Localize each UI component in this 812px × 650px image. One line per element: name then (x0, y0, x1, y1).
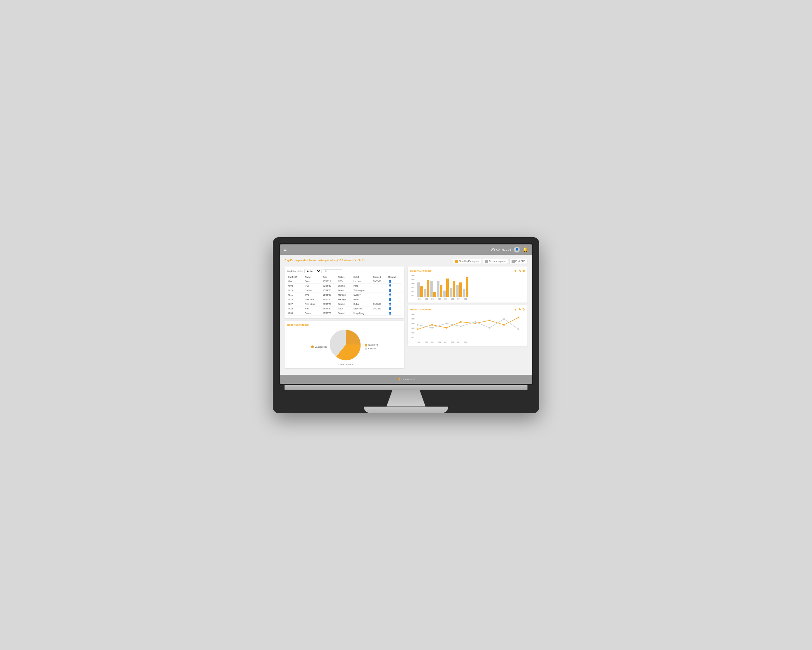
cell-resend[interactable]: 👤 (388, 283, 402, 288)
bar-orange (433, 292, 436, 297)
report1-title: Report 1 (0 Items) ▼ ✎ ↻ (410, 269, 525, 273)
report1-refresh-icon[interactable]: ↻ (522, 269, 525, 273)
new-capex-icon (455, 260, 458, 263)
menu-icon[interactable]: ≡ (284, 247, 287, 252)
title-row: CapEx requests I have participated in (1… (284, 259, 528, 264)
refresh-main-icon[interactable]: ↻ (362, 259, 365, 262)
cell-resend[interactable]: 👤 (388, 297, 402, 301)
bar-group (456, 283, 462, 297)
svg-point-12 (475, 321, 476, 323)
cell-name: New lobby (304, 301, 322, 306)
pie-legend-left: Manager 260 (311, 346, 327, 348)
report1-card: Report 1 (0 Items) ▼ ✎ ↻ 006 (408, 266, 528, 303)
svg-point-11 (460, 325, 462, 327)
cell-id: #008 (287, 283, 304, 288)
resend-icon[interactable]: 👤 (388, 289, 392, 292)
search-input[interactable] (323, 269, 342, 273)
svg-point-14 (503, 318, 505, 320)
bar-x-label: 003 (430, 298, 435, 300)
line-x-label: 006 (450, 341, 455, 343)
resend-icon[interactable]: 👤 (388, 284, 392, 287)
svg-point-2 (446, 327, 447, 329)
resend-icon[interactable]: 👤 (388, 312, 392, 315)
svg-point-9 (431, 327, 433, 329)
legend-manager: Manager 260 (311, 346, 327, 348)
table-row[interactable]: #027 New lobby 29/06/20 Submit Dubai 01/… (287, 301, 402, 306)
cell-resend[interactable]: 👤 (388, 288, 402, 292)
cell-opened (372, 292, 388, 297)
report1-filter-icon[interactable]: ▼ (514, 269, 517, 273)
user-avatar-icon[interactable]: 👤 (514, 247, 520, 252)
report3-refresh-icon[interactable]: ↻ (522, 308, 525, 311)
cell-id: #028 (287, 306, 304, 311)
table-row[interactable]: #030 Sauna 17/07/20 Submit Hong Kong 👤 (287, 311, 402, 315)
two-col-layout: Workflow status Active Inactive (284, 266, 528, 368)
bar-gray (430, 281, 433, 297)
cell-resend[interactable]: 👤 (388, 292, 402, 297)
legend-manager-dot (311, 346, 314, 348)
report3-edit-icon[interactable]: ✎ (518, 308, 521, 311)
bar-gray (463, 289, 466, 297)
print-pdf-button[interactable]: Print PDF (509, 259, 528, 264)
table-row[interactable]: #011 TV's 16/04/20 Manager Sydney 👤 (287, 292, 402, 297)
support-icon (485, 260, 488, 263)
filter-icon[interactable]: ▼ (354, 259, 357, 262)
bar-x-label: 008 (462, 298, 468, 300)
workflow-status-select[interactable]: Active Inactive (304, 269, 322, 273)
cell-id: #011 (287, 292, 304, 297)
bar-y-axis: 006 005 004 003 002 001 (412, 275, 414, 297)
bar-x-labels: 001002003004005006007008 (416, 298, 524, 300)
col-header-date: Date (322, 275, 337, 279)
resend-icon[interactable]: 👤 (388, 303, 392, 306)
new-capex-button[interactable]: New CapEx request (453, 259, 481, 264)
bar-gray (424, 289, 426, 297)
cell-status: Submit (337, 288, 353, 292)
cell-resend[interactable]: 👤 (388, 279, 402, 283)
request-support-button[interactable]: Request support (483, 259, 508, 264)
bell-icon[interactable]: 🔔 (522, 247, 528, 252)
bar-group (443, 278, 449, 297)
svg-point-5 (489, 320, 490, 321)
table-row[interactable]: #010 Cooker 15/04/20 Submit Washington 👤 (287, 288, 402, 292)
resend-icon[interactable]: 👤 (388, 294, 392, 297)
bar-x-label: 007 (456, 298, 461, 300)
svg-point-3 (460, 321, 462, 323)
cell-hotel: Berlin (353, 297, 372, 301)
table-row[interactable]: #028 Roof 04/07/20 CEO New York 04/07/20… (287, 306, 402, 311)
print-icon (511, 260, 515, 263)
edit-icon[interactable]: ✎ (358, 259, 361, 262)
cell-opened (372, 283, 388, 288)
cell-name: Roof (304, 306, 322, 311)
line-x-label: 008 (462, 341, 468, 343)
table-row[interactable]: #001 Gym 30/03/19 CEO London 30/03/20 👤 (287, 279, 402, 283)
cell-status: Manager (337, 297, 353, 301)
cell-name: Gym (304, 279, 322, 283)
cell-resend[interactable]: 👤 (388, 301, 402, 306)
report1-edit-icon[interactable]: ✎ (518, 269, 521, 273)
table-row[interactable]: #023 New beds 22/06/20 Manager Berlin 👤 (287, 297, 402, 301)
topbar-right: Welcome, Joe 👤 🔔 (491, 247, 528, 252)
resend-icon[interactable]: 👤 (388, 307, 392, 310)
report2-title: Report 2 (0 items) (287, 323, 402, 326)
cell-opened: 01/07/20 (372, 301, 388, 306)
capex-table: CapEx ID Name Date Status Hotel Opened R… (287, 275, 402, 315)
footer-logo: ☀ JOR HOTELS (397, 376, 415, 382)
filter-label: Workflow status (287, 270, 303, 272)
cell-date: 22/06/20 (322, 297, 337, 301)
bar-chart-area (416, 275, 524, 297)
monitor-shell: ≡ Welcome, Joe 👤 🔔 CapEx requests I have… (273, 237, 539, 413)
bar-orange (459, 283, 462, 297)
report3-filter-icon[interactable]: ▼ (514, 308, 517, 311)
cell-name: Cooker (304, 288, 322, 292)
cell-id: #010 (287, 288, 304, 292)
table-row[interactable]: #008 PC's 09/04/20 Submit Paris 👤 (287, 283, 402, 288)
cell-id: #001 (287, 279, 304, 283)
resend-icon[interactable]: 👤 (388, 280, 392, 283)
resend-icon[interactable]: 👤 (388, 298, 392, 301)
svg-point-15 (518, 328, 519, 330)
cell-resend[interactable]: 👤 (388, 306, 402, 311)
cell-opened (372, 297, 388, 301)
main-content: CapEx requests I have participated in (1… (280, 255, 532, 372)
cell-resend[interactable]: 👤 (388, 311, 402, 315)
bar-group (463, 277, 469, 297)
